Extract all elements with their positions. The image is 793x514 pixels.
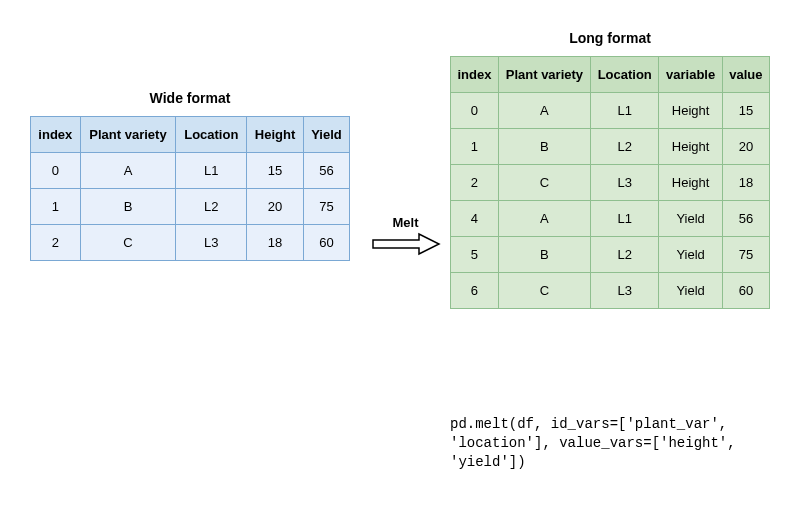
wide-title: Wide format bbox=[30, 90, 350, 106]
table-row: 4 A L1 Yield 56 bbox=[451, 201, 770, 237]
cell: Yield bbox=[659, 273, 722, 309]
table-row: 6 C L3 Yield 60 bbox=[451, 273, 770, 309]
long-header: Location bbox=[590, 57, 658, 93]
table-row: 2 C L3 Height 18 bbox=[451, 165, 770, 201]
cell: B bbox=[80, 189, 176, 225]
table-row: 0 A L1 Height 15 bbox=[451, 93, 770, 129]
cell: 0 bbox=[451, 93, 499, 129]
arrow-right-icon bbox=[371, 232, 441, 256]
cell: L2 bbox=[590, 129, 658, 165]
cell: 6 bbox=[451, 273, 499, 309]
cell: 60 bbox=[303, 225, 349, 261]
wide-header: Height bbox=[247, 117, 304, 153]
cell: C bbox=[498, 273, 590, 309]
cell: Yield bbox=[659, 201, 722, 237]
cell: 18 bbox=[722, 165, 769, 201]
table-row: 1 B L2 Height 20 bbox=[451, 129, 770, 165]
cell: 20 bbox=[247, 189, 304, 225]
cell: 1 bbox=[31, 189, 81, 225]
cell: 60 bbox=[722, 273, 769, 309]
long-format-section: Long format index Plant variety Location… bbox=[450, 30, 770, 309]
table-row: 2 C L3 18 60 bbox=[31, 225, 350, 261]
table-row: 5 B L2 Yield 75 bbox=[451, 237, 770, 273]
table-row: 1 B L2 20 75 bbox=[31, 189, 350, 225]
cell: 75 bbox=[303, 189, 349, 225]
cell: 56 bbox=[722, 201, 769, 237]
cell: A bbox=[80, 153, 176, 189]
cell: 4 bbox=[451, 201, 499, 237]
cell: B bbox=[498, 237, 590, 273]
cell: 15 bbox=[722, 93, 769, 129]
cell: L3 bbox=[590, 273, 658, 309]
cell: Height bbox=[659, 93, 722, 129]
code-snippet: pd.melt(df, id_vars=['plant_var', 'locat… bbox=[450, 415, 780, 472]
cell: L1 bbox=[590, 201, 658, 237]
cell: 0 bbox=[31, 153, 81, 189]
cell: 1 bbox=[451, 129, 499, 165]
melt-label: Melt bbox=[368, 215, 443, 230]
cell: 20 bbox=[722, 129, 769, 165]
wide-format-section: Wide format index Plant variety Location… bbox=[30, 90, 350, 261]
cell: L1 bbox=[176, 153, 247, 189]
long-header: value bbox=[722, 57, 769, 93]
cell: B bbox=[498, 129, 590, 165]
cell: Yield bbox=[659, 237, 722, 273]
cell: 56 bbox=[303, 153, 349, 189]
cell: Height bbox=[659, 165, 722, 201]
cell: 2 bbox=[31, 225, 81, 261]
cell: 18 bbox=[247, 225, 304, 261]
cell: 15 bbox=[247, 153, 304, 189]
wide-table: index Plant variety Location Height Yiel… bbox=[30, 116, 350, 261]
cell: 75 bbox=[722, 237, 769, 273]
cell: 2 bbox=[451, 165, 499, 201]
long-header-row: index Plant variety Location variable va… bbox=[451, 57, 770, 93]
cell: C bbox=[80, 225, 176, 261]
cell: A bbox=[498, 93, 590, 129]
cell: L2 bbox=[176, 189, 247, 225]
melt-transform: Melt bbox=[368, 215, 443, 256]
cell: A bbox=[498, 201, 590, 237]
cell: L3 bbox=[590, 165, 658, 201]
cell: L2 bbox=[590, 237, 658, 273]
long-header: index bbox=[451, 57, 499, 93]
long-title: Long format bbox=[450, 30, 770, 46]
cell: 5 bbox=[451, 237, 499, 273]
wide-header: Yield bbox=[303, 117, 349, 153]
cell: L3 bbox=[176, 225, 247, 261]
diagram-container: Wide format index Plant variety Location… bbox=[20, 20, 773, 494]
cell: Height bbox=[659, 129, 722, 165]
wide-header: index bbox=[31, 117, 81, 153]
long-header: Plant variety bbox=[498, 57, 590, 93]
wide-header: Plant variety bbox=[80, 117, 176, 153]
cell: L1 bbox=[590, 93, 658, 129]
wide-header-row: index Plant variety Location Height Yiel… bbox=[31, 117, 350, 153]
long-table: index Plant variety Location variable va… bbox=[450, 56, 770, 309]
cell: C bbox=[498, 165, 590, 201]
long-header: variable bbox=[659, 57, 722, 93]
table-row: 0 A L1 15 56 bbox=[31, 153, 350, 189]
wide-header: Location bbox=[176, 117, 247, 153]
